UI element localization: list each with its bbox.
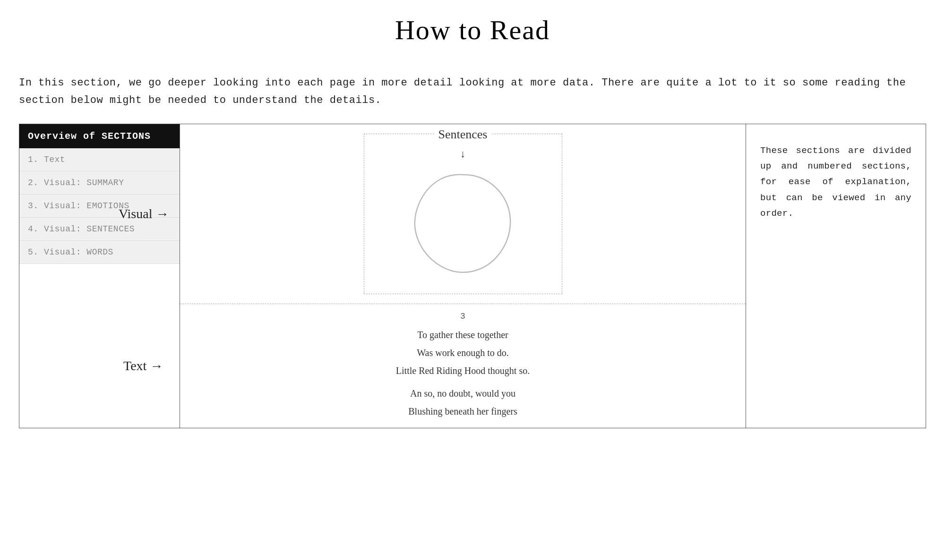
diagram-area: Visual → Sentences ↓ Text → 3 To gather … [180, 124, 746, 428]
sidebar-item-text[interactable]: 1. Text [19, 148, 180, 171]
sidebar-item-summary[interactable]: 2. Visual: SUMMARY [19, 171, 180, 195]
poem-text-block-1: To gather these together Was work enough… [396, 326, 530, 380]
intro-paragraph: In this section, we go deeper looking in… [19, 74, 926, 110]
page-title: How to Read [19, 14, 926, 46]
main-container: Overview of SECTIONS 1. Text 2. Visual: … [19, 124, 926, 428]
diagram-text-section: Text → 3 To gather these together Was wo… [180, 304, 746, 428]
page-number: 3 [460, 312, 465, 321]
circle-diagram [406, 165, 520, 279]
right-panel: These sections are divided up and number… [746, 124, 926, 428]
sidebar: Overview of SECTIONS 1. Text 2. Visual: … [19, 124, 180, 428]
text-arrow-label: Text → [123, 358, 163, 373]
sidebar-header: Overview of SECTIONS [19, 124, 180, 148]
visual-card: Sentences ↓ [364, 134, 562, 294]
visual-arrow-label: Visual → [119, 206, 169, 221]
sidebar-item-words[interactable]: 5. Visual: WORDS [19, 241, 180, 264]
sentences-arrow: ↓ [460, 149, 466, 161]
sentences-label: Sentences [435, 127, 491, 142]
poem-text-block-2: An so, no doubt, would you Blushing bene… [408, 384, 517, 420]
diagram-visual-section: Visual → Sentences ↓ [180, 124, 746, 304]
diagram-wrapper: Sentences ↓ [364, 134, 562, 294]
right-panel-text: These sections are divided up and number… [760, 143, 911, 221]
